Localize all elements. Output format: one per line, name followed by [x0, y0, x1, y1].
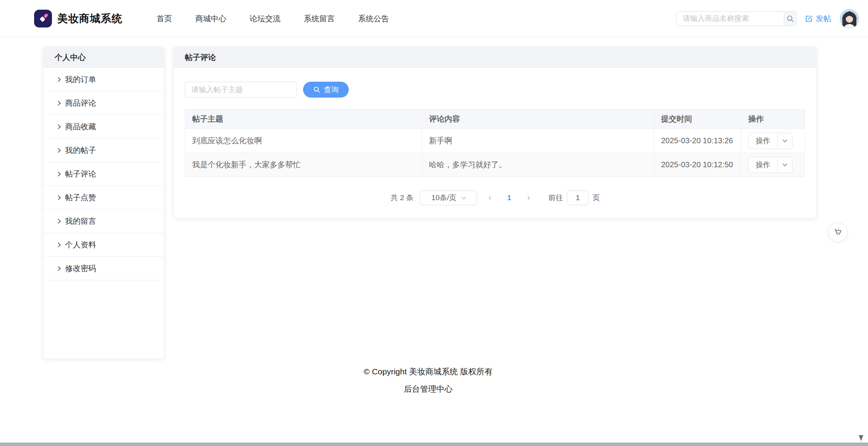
- brand-title: 美妆商城系统: [57, 12, 122, 26]
- product-search: [676, 11, 796, 26]
- cell-comment: 新手啊: [422, 129, 654, 153]
- nav-item-messages[interactable]: 系统留言: [304, 14, 335, 24]
- sidebar-item-product-comments[interactable]: 商品评论: [43, 91, 164, 115]
- chevron-down-icon[interactable]: [777, 157, 792, 173]
- comments-table: 帖子主题 评论内容 提交时间 操作 到底应该怎么化妆啊 新手啊 2025-03-…: [185, 109, 805, 177]
- prev-page-button[interactable]: ‹: [483, 191, 496, 204]
- chevron-right-icon: [56, 101, 61, 106]
- pagination: 共 2 条 10条/页 ‹ 1 › 前往 页: [174, 190, 816, 205]
- chevron-right-icon: [56, 266, 61, 271]
- chevron-right-icon: [56, 219, 61, 224]
- create-post-label: 发帖: [816, 14, 831, 24]
- footer-admin-link[interactable]: 后台管理中心: [0, 384, 856, 395]
- sidebar-item-change-password[interactable]: 修改密码: [43, 257, 164, 280]
- sidebar-item-product-favorites[interactable]: 商品收藏: [43, 115, 164, 139]
- page-unit-label: 页: [592, 193, 600, 203]
- page: 美妆商城系统 首页 商城中心 论坛交流 系统留言 系统公告: [0, 0, 868, 446]
- query-row: 查询: [185, 82, 349, 98]
- scroll-down-arrow-icon[interactable]: [859, 435, 863, 441]
- chevron-right-icon: [56, 148, 61, 153]
- chevron-down-icon[interactable]: [777, 133, 792, 149]
- col-header-time: 提交时间: [654, 110, 741, 129]
- query-button[interactable]: 查询: [303, 82, 349, 98]
- col-header-comment: 评论内容: [422, 110, 654, 129]
- chevron-right-icon: [56, 77, 61, 82]
- cell-topic: 我是个化妆新手，大家多多帮忙: [185, 153, 422, 177]
- user-avatar[interactable]: [840, 9, 859, 28]
- create-post-button[interactable]: 发帖: [805, 14, 831, 24]
- row-action-dropdown[interactable]: 操作: [748, 157, 792, 173]
- goto-page-input[interactable]: [567, 190, 589, 205]
- cell-time: 2025-03-20 10:12:50: [654, 153, 741, 177]
- sidebar-title: 个人中心: [43, 47, 164, 68]
- page-number-current[interactable]: 1: [503, 191, 516, 204]
- sidebar-item-my-messages[interactable]: 我的留言: [43, 209, 164, 233]
- page-size-select[interactable]: 10条/页: [420, 190, 477, 205]
- chevron-right-icon: [56, 172, 61, 177]
- action-label: 操作: [749, 136, 777, 146]
- chevron-right-icon: [56, 195, 61, 200]
- cell-action: 操作: [741, 129, 805, 153]
- cell-topic: 到底应该怎么化妆啊: [185, 129, 422, 153]
- table-row: 我是个化妆新手，大家多多帮忙 哈哈，多学习就好了。 2025-03-20 10:…: [185, 153, 804, 177]
- top-navbar: 美妆商城系统 首页 商城中心 论坛交流 系统留言 系统公告: [0, 0, 868, 37]
- sidebar-item-my-orders[interactable]: 我的订单: [43, 68, 164, 91]
- table-row: 到底应该怎么化妆啊 新手啊 2025-03-20 10:13:26 操作: [185, 129, 804, 153]
- personal-center-sidebar: 个人中心 我的订单 商品评论 商品收藏 我的帖子 帖子评论 帖子点赞 我的留言: [43, 47, 164, 359]
- product-search-button[interactable]: [784, 12, 796, 26]
- chevron-down-icon: [461, 195, 466, 200]
- sidebar-item-post-comments[interactable]: 帖子评论: [43, 162, 164, 186]
- search-icon: [313, 86, 320, 93]
- brand-link[interactable]: 美妆商城系统: [34, 0, 122, 37]
- next-page-button[interactable]: ›: [522, 191, 535, 204]
- page-size-value: 10条/页: [431, 193, 456, 203]
- action-label: 操作: [749, 160, 777, 170]
- main-nav: 首页 商城中心 论坛交流 系统留言 系统公告: [157, 0, 389, 37]
- query-button-label: 查询: [324, 85, 339, 95]
- nav-item-mall[interactable]: 商城中心: [195, 14, 226, 24]
- footer-copyright: © Copyright 美妆商城系统 版权所有: [0, 366, 856, 377]
- navbar-right: 发帖: [676, 0, 859, 37]
- lipstick-logo-icon: [34, 10, 52, 27]
- row-action-dropdown[interactable]: 操作: [748, 133, 792, 149]
- search-icon: [786, 15, 794, 23]
- cell-time: 2025-03-20 10:13:26: [654, 129, 741, 153]
- edit-square-icon: [805, 15, 813, 23]
- sidebar-item-post-likes[interactable]: 帖子点赞: [43, 186, 164, 209]
- topic-search-input[interactable]: [185, 82, 297, 98]
- cell-comment: 哈哈，多学习就好了。: [422, 153, 654, 177]
- pagination-goto: 前往 页: [548, 190, 600, 205]
- nav-item-notices[interactable]: 系统公告: [358, 14, 389, 24]
- product-search-input[interactable]: [677, 12, 784, 26]
- pagination-total: 共 2 条: [391, 193, 413, 203]
- panel-title: 帖子评论: [174, 47, 816, 68]
- cell-action: 操作: [741, 153, 805, 177]
- sidebar-item-my-posts[interactable]: 我的帖子: [43, 139, 164, 162]
- floating-cart-button[interactable]: [828, 223, 847, 242]
- col-header-action: 操作: [741, 110, 805, 129]
- chevron-right-icon: [56, 242, 61, 247]
- sidebar-item-profile[interactable]: 个人资料: [43, 233, 164, 257]
- chevron-right-icon: [56, 124, 61, 129]
- nav-item-home[interactable]: 首页: [157, 14, 172, 24]
- shopping-cart-icon: [833, 228, 842, 237]
- nav-item-forum[interactable]: 论坛交流: [250, 14, 281, 24]
- goto-label: 前往: [548, 193, 563, 203]
- table-header-row: 帖子主题 评论内容 提交时间 操作: [185, 110, 804, 129]
- col-header-topic: 帖子主题: [185, 110, 422, 129]
- post-comments-panel: 帖子评论 查询 帖子主题 评论内容 提交时间 操作 到底应该怎么化妆啊: [173, 47, 816, 218]
- horizontal-scrollbar[interactable]: [0, 443, 868, 446]
